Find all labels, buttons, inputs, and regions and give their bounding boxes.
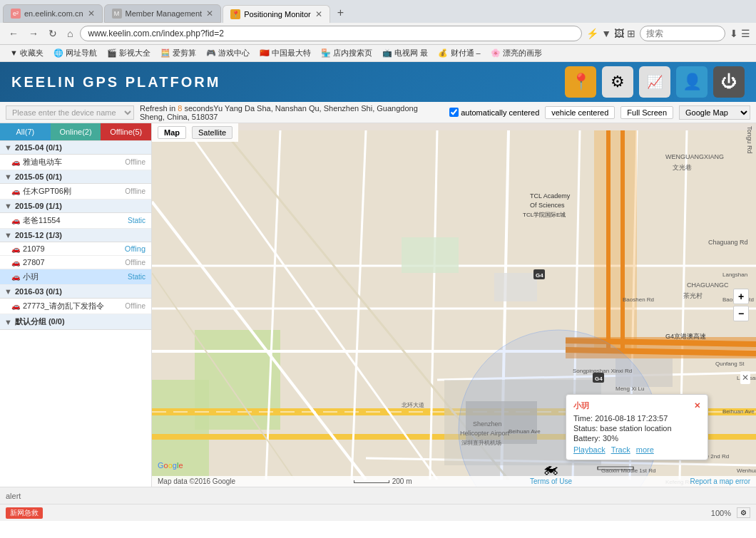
svg-text:茶光村: 茶光村	[683, 292, 703, 299]
device-name-27773: 27773_请勿乱下发指令	[23, 301, 125, 311]
svg-text:北环大道: 北环大道	[402, 402, 424, 408]
group-label-2015-04: 2015-04 (0/1)	[15, 143, 62, 152]
sidebar-tab-online[interactable]: Online(2)	[51, 123, 101, 140]
svg-text:Beihuan Ave: Beihuan Ave	[509, 428, 541, 435]
group-2016-03: ▼ 2016-03 (0/1) 🚗 27773_请勿乱下发指令 Offline	[0, 285, 151, 314]
map-scale: 200 m	[354, 477, 412, 485]
settings-header-icon[interactable]: ⚙	[602, 66, 633, 98]
terms-of-use[interactable]: Terms of Use	[530, 477, 572, 485]
sidebar-tab-all[interactable]: All(7)	[0, 123, 51, 140]
device-item-21079[interactable]: 🚗 21079 Offing	[0, 242, 151, 256]
popup-close-btn[interactable]: ✕	[694, 401, 700, 410]
map-footer: Map data ©2016 Google 200 m Terms of Use…	[152, 476, 756, 487]
device-name-21079: 21079	[23, 244, 125, 253]
svg-text:TCL Academy: TCL Academy	[530, 192, 571, 200]
device-item-xiaoyue[interactable]: 🚗 小玥 Static	[0, 269, 151, 285]
bookmark-calc[interactable]: 🧮 爱剪算	[156, 46, 200, 60]
svg-text:G4: G4	[536, 272, 543, 279]
svg-text:Qunfang St: Qunfang St	[715, 361, 745, 367]
menu-icon[interactable]: ☰	[741, 28, 750, 39]
device-item-laoba[interactable]: 🚗 老爸11554 Static	[0, 213, 151, 229]
map-tab-satellite[interactable]: Satellite	[192, 126, 233, 139]
new-tab-button[interactable]: +	[332, 3, 349, 23]
forward-button[interactable]: →	[26, 26, 41, 41]
nav-extra-btn[interactable]: ⊞	[627, 28, 635, 39]
popup-link-more[interactable]: more	[636, 445, 654, 454]
zoom-controls[interactable]: ⚙	[737, 507, 750, 518]
tab-positioning-close[interactable]: ✕	[315, 9, 322, 19]
device-item-renmu[interactable]: 🚗 任木GPT06刚 Offline	[0, 184, 151, 200]
device-status-xiaoyue: Static	[128, 273, 145, 281]
group-header-2015-09[interactable]: ▼ 2015-09 (1/1)	[0, 200, 151, 213]
bookmark-nav[interactable]: 🌐 网址导航	[49, 46, 101, 60]
status-left: 新网急救	[6, 507, 43, 519]
nav-bar: ← → ↻ ⌂ ⚡ ▼ 🖼 ⊞ ⬇ ☰	[0, 23, 756, 45]
screenshot-btn[interactable]: 🖼	[614, 28, 624, 39]
zoom-out-button[interactable]: −	[733, 306, 749, 321]
group-header-2016-03[interactable]: ▼ 2016-03 (0/1)	[0, 285, 151, 299]
bookmark-games[interactable]: 🎮 游戏中心	[202, 46, 254, 60]
analytics-header-icon[interactable]: 📈	[639, 66, 670, 98]
svg-rect-31	[494, 273, 537, 301]
download-icon[interactable]: ⬇	[730, 28, 738, 39]
bookmark-shop[interactable]: 🏪 店内搜索页	[317, 46, 377, 60]
zoom-in-button[interactable]: +	[733, 289, 749, 304]
popup-time: Time: 2016-08-18 17:23:57	[573, 414, 700, 423]
group-header-default[interactable]: ▼ 默认分组 (0/0)	[0, 314, 151, 330]
popup-link-playback[interactable]: Playback	[573, 445, 606, 454]
download-btn[interactable]: ⚡	[586, 28, 598, 39]
svg-text:WENGUANGXIANG: WENGUANGXIANG	[665, 153, 724, 160]
map-header-icon[interactable]: 📍	[565, 66, 596, 98]
tab-eelink-close[interactable]: ✕	[88, 9, 95, 19]
user-header-icon[interactable]: 👤	[676, 66, 708, 98]
search-input[interactable]	[640, 26, 725, 41]
popup-links: Playback Track more	[573, 445, 700, 454]
new-emergency-btn[interactable]: 新网急救	[6, 507, 43, 519]
bookmark-tv[interactable]: 📺 电视网 最	[378, 46, 432, 60]
group-header-2015-12[interactable]: ▼ 2015-12 (1/3)	[0, 229, 151, 242]
bookmark-art[interactable]: 🌸 漂亮的画形	[486, 46, 546, 60]
full-screen-button[interactable]: Full Screen	[620, 106, 673, 119]
group-label-2015-09: 2015-09 (1/1)	[15, 202, 62, 210]
group-header-2015-04[interactable]: ▼ 2015-04 (0/1)	[0, 141, 151, 155]
auto-centered-checkbox[interactable]	[449, 108, 459, 117]
bookmark-china[interactable]: 🇨🇳 中国最大特	[255, 46, 315, 60]
report-error[interactable]: Report a map error	[690, 477, 750, 485]
sidebar-tab-offline[interactable]: Offline(5)	[101, 123, 151, 140]
toolbar-right: automatically centered vehicle centered …	[449, 105, 750, 120]
apps-btn[interactable]: ▼	[601, 28, 611, 39]
map-type-select[interactable]: Google Map Satellite Hybrid	[679, 105, 750, 120]
back-button[interactable]: ←	[6, 26, 21, 41]
tab-positioning[interactable]: 📍 Positioning Monitor ✕	[223, 5, 330, 23]
header: KEELIN GPS PLATFORM 📍 ⚙ 📈 👤 ⏻	[0, 62, 756, 102]
bookmark-video[interactable]: 🎬 影视大全	[103, 46, 155, 60]
map-region-close[interactable]: ✕	[740, 371, 750, 384]
tab-member[interactable]: M Member Management ✕	[104, 4, 222, 23]
tab-member-close[interactable]: ✕	[206, 9, 213, 19]
device-name-27807: 27807	[23, 258, 125, 267]
device-item-yadi[interactable]: 🚗 雅迪电动车 Offline	[0, 155, 151, 170]
address-input[interactable]	[80, 26, 582, 41]
power-header-icon[interactable]: ⏻	[713, 66, 745, 98]
popup-link-track[interactable]: Track	[611, 445, 630, 454]
device-item-27773[interactable]: 🚗 27773_请勿乱下发指令 Offline	[0, 299, 151, 314]
map-background[interactable]: G4京港澳高速 北环大道 Beihuan Ave Beihuan Ave Bei…	[152, 123, 756, 487]
bookmark-pay[interactable]: 💰 财付通 –	[434, 46, 484, 60]
device-select[interactable]: Please enter the device name	[6, 105, 134, 120]
scale-label: 200 m	[392, 477, 412, 485]
auto-centered-label[interactable]: automatically centered	[449, 108, 539, 117]
popup-battery-label: Battery:	[573, 434, 601, 443]
popup-battery-value: 30%	[603, 434, 618, 443]
device-status-yadi: Offline	[125, 158, 145, 166]
group-header-2015-05[interactable]: ▼ 2015-05 (0/1)	[0, 170, 151, 184]
browser-status-bar: 新网急救 100% ⚙	[0, 504, 756, 521]
home-button[interactable]: ⌂	[64, 26, 76, 41]
vehicle-centered-button[interactable]: vehicle centered	[545, 106, 615, 119]
refresh-button[interactable]: ↻	[46, 26, 60, 41]
bookmark-favorites[interactable]: ▼ 收藏夹	[6, 46, 48, 60]
device-item-27807[interactable]: 🚗 27807 Offline	[0, 256, 151, 269]
map-tab-map[interactable]: Map	[158, 126, 186, 139]
app-title: KEELIN GPS PLATFORM	[11, 74, 220, 90]
tab-eelink-label: en.eelink.com.cn	[24, 9, 83, 18]
tab-eelink[interactable]: e² en.eelink.com.cn ✕	[3, 4, 103, 23]
